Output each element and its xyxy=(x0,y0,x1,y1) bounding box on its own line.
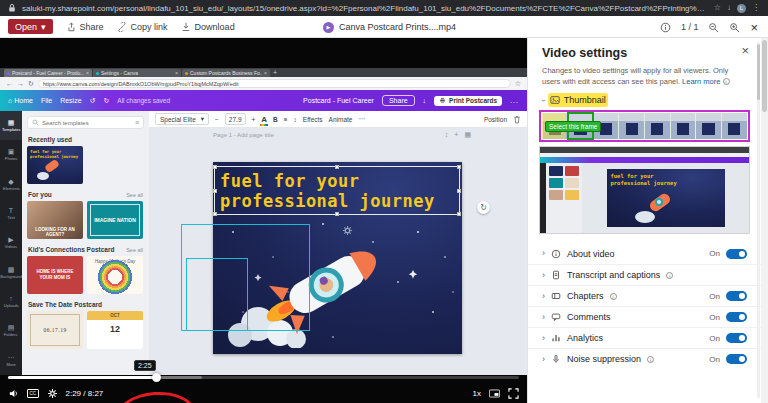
share-icon xyxy=(66,22,76,32)
file-command-bar: Open ▾ Share Copy link Download ▶ Canva … xyxy=(0,16,768,38)
template-thumb: IMAGINE NATION xyxy=(87,201,143,239)
tab-close-icon: × xyxy=(264,70,267,76)
canvas-stage: fuel for yourprofessional journey xyxy=(149,142,527,375)
thumbnail-frame[interactable] xyxy=(619,113,644,139)
thumbnail-frame[interactable] xyxy=(645,113,670,139)
templates-icon: ▦ xyxy=(8,119,15,126)
open-button[interactable]: Open ▾ xyxy=(8,19,53,34)
main-content: Postcard - Fuel Career - Produ...× Setti… xyxy=(0,38,768,403)
panel-title: Video settings xyxy=(542,46,747,60)
panel-scrollbar[interactable] xyxy=(757,42,760,398)
setting-row-chapters[interactable]: › Chapters i On xyxy=(528,285,761,306)
text-color-icon: A xyxy=(261,115,267,124)
browser-menu-icon[interactable]: ⋮ xyxy=(752,4,760,12)
comments-icon xyxy=(551,312,561,322)
open-file-tab[interactable]: ▶ Canva Postcard Prints....mp4 xyxy=(323,16,456,38)
download-button[interactable]: Download xyxy=(181,22,235,32)
setting-row-comments[interactable]: › Comments On xyxy=(528,306,761,327)
sidebar-item-photos: ▣Photos xyxy=(0,140,22,169)
recorded-browser-tabs: Postcard - Fuel Career - Produ...× Setti… xyxy=(0,68,527,77)
analytics-icon xyxy=(551,333,561,343)
zoom-out-icon[interactable] xyxy=(708,22,719,33)
thumbnail-section-header[interactable]: › Thumbnail xyxy=(542,95,747,105)
setting-row-analytics[interactable]: › Analytics On xyxy=(528,327,761,348)
video-file-icon: ▶ xyxy=(323,22,334,33)
download-icon[interactable]: ↓ xyxy=(727,4,731,12)
browser-chrome: saluki-my.sharepoint.com/personal/lindaf… xyxy=(0,0,768,16)
page-scrollbar[interactable] xyxy=(761,38,768,403)
mini-postcard: fuel for yourprofessional journey xyxy=(607,169,725,227)
setting-row-transcript[interactable]: › Transcript and captions i xyxy=(528,264,761,285)
info-icon: i xyxy=(610,293,617,300)
video-player-region[interactable]: Postcard - Fuel Career - Produ...× Setti… xyxy=(0,38,527,403)
template-thumb-recent: fuel for yourprofessional journey xyxy=(27,146,83,184)
position-button: Position xyxy=(484,116,507,123)
info-icon[interactable] xyxy=(660,22,671,33)
about-video-toggle[interactable] xyxy=(726,249,747,259)
pip-icon[interactable] xyxy=(489,388,500,399)
template-thumb: OCT12 xyxy=(87,311,143,349)
about-icon xyxy=(551,249,561,259)
transcript-icon xyxy=(551,270,561,280)
thumbnail-label: Thumbnail xyxy=(564,95,606,105)
playback-speed-button[interactable]: 1x xyxy=(473,389,481,398)
timeline-scrubber[interactable] xyxy=(152,373,161,382)
volume-icon[interactable] xyxy=(8,388,19,399)
fullscreen-icon[interactable] xyxy=(508,388,519,399)
thumbnail-filmstrip[interactable]: Select this frame xyxy=(542,113,747,139)
thumbnail-frame[interactable] xyxy=(671,113,696,139)
add-page-icon: + xyxy=(454,131,458,138)
player-settings-icon[interactable] xyxy=(47,388,58,399)
sidebar-item-templates: ▦Templates xyxy=(0,111,22,140)
address-bar[interactable]: saluki-my.sharepoint.com/personal/lindaf… xyxy=(22,4,708,13)
share-button[interactable]: Share xyxy=(66,22,104,32)
saved-status: All changes saved xyxy=(117,97,170,104)
canva-workspace: ▦Templates ▣Photos ◆Elements TText ▶Vide… xyxy=(0,111,527,375)
learn-more-link[interactable]: Learn more xyxy=(682,77,720,86)
chevron-right-icon: › xyxy=(542,271,545,280)
setting-row-about-video[interactable]: › About video On xyxy=(528,243,761,264)
font-size-decrease: − xyxy=(215,116,219,123)
zoom-in-icon[interactable] xyxy=(729,22,740,33)
close-panel-icon[interactable]: × xyxy=(741,44,749,57)
thumbnail-preview[interactable]: fuel for yourprofessional journey xyxy=(539,146,750,234)
canva-header: ⌂ Home File Resize ↺ ↻ All changes saved… xyxy=(0,90,527,111)
annotation-purple-box: Select this frame xyxy=(539,110,750,142)
close-viewer-icon[interactable]: × xyxy=(750,21,758,34)
videos-icon: ▶ xyxy=(8,236,13,243)
info-icon: i xyxy=(647,356,654,363)
print-postcards-button: Print Postcards xyxy=(434,96,502,106)
bookmark-star-icon: ☆ xyxy=(515,80,521,87)
rotate-handle-icon: ↻ xyxy=(477,201,490,214)
copy-link-button[interactable]: Copy link xyxy=(117,22,168,32)
video-content-frame[interactable]: Postcard - Fuel Career - Produ...× Setti… xyxy=(0,68,527,375)
copy-link-label: Copy link xyxy=(131,22,168,32)
reload-icon: ↻ xyxy=(28,80,34,87)
recorded-tab-title: Settings - Canva xyxy=(101,70,173,76)
sidebar-item-text: TText xyxy=(0,199,22,228)
element-outline xyxy=(186,258,248,331)
undo-icon: ↺ xyxy=(90,97,96,105)
sidebar-item-elements: ◆Elements xyxy=(0,170,22,199)
page-title-label: Page 1 - Add page title xyxy=(213,132,274,138)
star-icon[interactable]: ☆ xyxy=(714,4,721,12)
captions-icon[interactable]: CC xyxy=(27,389,39,398)
profile-avatar[interactable]: L xyxy=(737,4,746,13)
analytics-toggle[interactable] xyxy=(726,333,747,343)
thumbnail-frame[interactable] xyxy=(722,113,747,139)
setting-row-noise-suppression[interactable]: › Noise suppression i On xyxy=(528,348,761,369)
chapters-toggle[interactable] xyxy=(726,291,747,301)
noise-suppression-toggle[interactable] xyxy=(726,354,747,364)
tab-close-icon: × xyxy=(86,70,89,76)
uploads-icon: ↑ xyxy=(9,295,13,302)
panel-description: Changes to video settings will apply for… xyxy=(542,66,747,87)
settings-list: › About video On › Transcript and captio… xyxy=(528,243,761,369)
player-timeline[interactable] xyxy=(8,376,519,379)
sidebar-item-background: ▩Background xyxy=(0,258,22,287)
trash-icon xyxy=(513,115,521,124)
open-button-label: Open xyxy=(15,22,37,32)
search-icon xyxy=(32,119,39,126)
section-title: Recently used xyxy=(28,136,72,143)
thumbnail-frame[interactable] xyxy=(696,113,721,139)
comments-toggle[interactable] xyxy=(726,312,747,322)
